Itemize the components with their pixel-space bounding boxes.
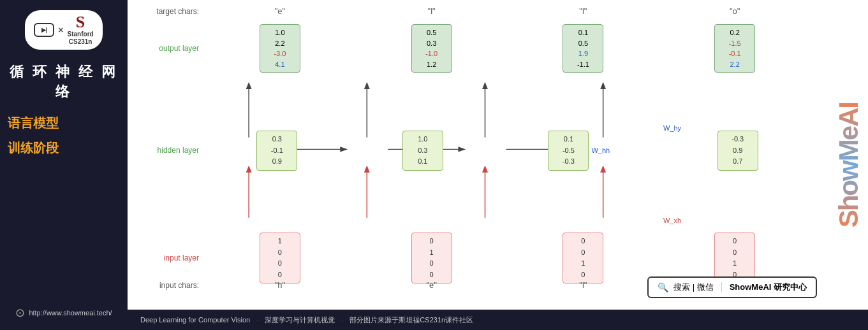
- out-2-v1: 0.5: [578, 39, 588, 47]
- input-char-0: "h": [258, 280, 302, 290]
- input-chars-label: input chars:: [147, 281, 204, 290]
- subtitle-language-model: 语言模型: [8, 115, 59, 132]
- hidden-box-1: 1.00.30.1: [402, 131, 443, 171]
- website-row: ⊙ http://www.showmeai.tech/: [15, 306, 112, 320]
- target-chars-row: target chars: "e" "l" "l" "o": [147, 6, 811, 16]
- hidden-layer-label: hidden layer: [147, 146, 204, 155]
- out-1-v2: -1.0: [425, 50, 438, 57]
- stanford-line1: Stanford: [68, 31, 94, 38]
- showmeai-icon: ▶|: [34, 23, 54, 37]
- out-0-v3: 4.1: [275, 61, 284, 68]
- stanford-logo: S Stanford CS231n: [68, 14, 94, 46]
- website-link: http://www.showmeai.tech/: [29, 309, 112, 317]
- target-char-1: "l": [409, 6, 454, 16]
- target-chars-label: target chars:: [147, 7, 204, 16]
- input-char-1: "e": [409, 280, 454, 290]
- diagram-area: target chars: "e" "l" "l" "o" output lay…: [128, 0, 868, 310]
- out-1-v1: 0.3: [427, 39, 436, 47]
- hidden-box-0: 0.3-0.10.9: [256, 131, 297, 171]
- out-3-v1: -1.5: [729, 39, 741, 47]
- out-2-v0: 0.1: [578, 29, 588, 36]
- footer: Deep Learning for Computer Vision · 深度学习…: [128, 310, 868, 330]
- output-boxes: 1.0 2.2 -3.0 4.1 0.5 0.3 -1.0 1.2 0.1: [204, 24, 811, 73]
- footer-dot1: ·: [256, 316, 258, 324]
- target-char-3: "o": [712, 6, 757, 16]
- sidebar: ▶| × S Stanford CS231n 循 环 神 经 网 络 语言模型 …: [0, 0, 128, 330]
- out-3-v3: 2.2: [730, 61, 739, 68]
- target-chars-list: "e" "l" "l" "o": [204, 6, 811, 16]
- hidden-box-3: -0.30.90.7: [717, 131, 758, 171]
- out-2-v3: -1.1: [577, 61, 589, 68]
- compass-icon: ⊙: [15, 306, 25, 320]
- target-char-2: "l": [561, 6, 605, 16]
- page-title: 循 环 神 经 网 络: [8, 62, 120, 102]
- times-symbol: ×: [58, 25, 63, 35]
- search-box[interactable]: 🔍 搜索 | 微信 ShowMeAI 研究中心: [647, 276, 817, 298]
- out-2-v2: 1.9: [578, 50, 588, 57]
- hidden-boxes: 0.3-0.10.9 1.00.30.1 0.1-0.5-0.3 W_hh -0…: [204, 131, 811, 171]
- w-hh-label: W_hh: [591, 147, 610, 154]
- input-char-2: "l": [561, 280, 605, 290]
- rnn-diagram: target chars: "e" "l" "l" "o" output lay…: [147, 6, 849, 280]
- output-box-2: 0.1 0.5 1.9 -1.1: [563, 24, 603, 73]
- main-content: ShowMeAI: [128, 0, 868, 330]
- output-layer-label: output layer: [147, 44, 204, 53]
- subtitle-training-phase: 训练阶段: [8, 140, 59, 157]
- hidden-box-2: 0.1-0.5-0.3: [548, 131, 589, 171]
- target-char-0: "e": [258, 6, 302, 16]
- out-1-v0: 0.5: [427, 29, 436, 36]
- out-0-v1: 2.2: [275, 39, 284, 47]
- output-box-1: 0.5 0.3 -1.0 1.2: [411, 24, 452, 73]
- hidden-layer-row: hidden layer 0.3-0.10.9 1.00.30.1 0.1-0.…: [147, 131, 811, 171]
- stanford-s: S: [76, 14, 85, 31]
- out-1-v3: 1.2: [427, 61, 436, 68]
- output-box-3: 0.2 -1.5 -0.1 2.2: [714, 24, 755, 73]
- output-layer-row: output layer 1.0 2.2 -3.0 4.1 0.5 0.3 -1…: [147, 24, 811, 73]
- out-0-v0: 1.0: [275, 29, 284, 36]
- footer-dot2: ·: [341, 316, 343, 324]
- out-3-v0: 0.2: [730, 29, 739, 36]
- footer-text1: Deep Learning for Computer Vision: [140, 316, 250, 324]
- search-bold-text: ShowMeAI 研究中心: [730, 282, 807, 293]
- search-divider: [721, 282, 722, 292]
- input-box-0: 1000: [260, 233, 300, 283]
- stanford-line2: CS231n: [69, 38, 92, 46]
- footer-text2: 深度学习与计算机视觉: [265, 315, 335, 325]
- logo-area: ▶| × S Stanford CS231n: [25, 10, 102, 50]
- input-layer-label: input layer: [147, 254, 204, 262]
- search-icon: 🔍: [658, 282, 668, 292]
- w-xh-label: W_xh: [663, 217, 681, 224]
- input-box-2: 0010: [563, 233, 603, 283]
- out-0-v2: -3.0: [274, 50, 286, 57]
- output-box-0: 1.0 2.2 -3.0 4.1: [260, 24, 300, 73]
- out-3-v2: -0.1: [729, 50, 741, 57]
- search-text: 搜索 | 微信: [673, 282, 714, 293]
- footer-text3: 部分图片来源于斯坦福CS231n课件社区: [349, 315, 473, 325]
- input-box-1: 0100: [411, 233, 452, 283]
